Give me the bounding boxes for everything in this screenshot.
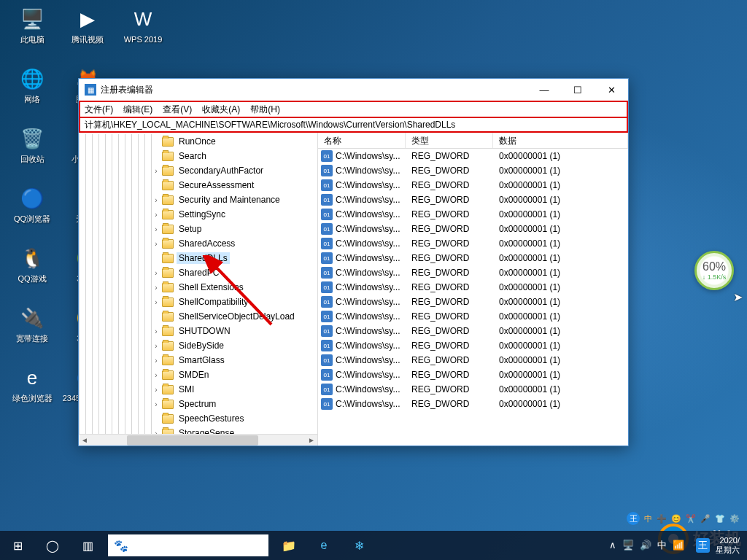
col-type[interactable]: 类型 bbox=[406, 133, 493, 148]
tray-icon[interactable]: 📶 bbox=[673, 540, 684, 551]
list-row[interactable]: 01C:\Windows\sy...REG_DWORD0x00000001 (1… bbox=[318, 295, 628, 309]
desktop-icon[interactable]: 🖥️此电脑 bbox=[6, 6, 58, 63]
tray-icon[interactable]: 🖥️ bbox=[622, 540, 634, 551]
ime-item[interactable]: 😊 bbox=[671, 514, 681, 524]
ime-item[interactable]: 🎤 bbox=[700, 514, 711, 524]
values-list[interactable]: 01C:\Windows\sy...REG_DWORD0x00000001 (1… bbox=[318, 149, 628, 446]
tray-badge[interactable]: 王 bbox=[696, 538, 710, 553]
tree-item[interactable]: ›SecondaryAuthFactor bbox=[79, 163, 317, 178]
ime-item[interactable]: 👕 bbox=[715, 514, 725, 524]
expander-icon[interactable]: › bbox=[152, 211, 160, 219]
tree-item[interactable]: ›SmartGlass bbox=[79, 353, 317, 368]
tree-item[interactable]: ›ShellCompatibility bbox=[79, 295, 317, 309]
tree-item[interactable]: Search bbox=[79, 149, 317, 163]
list-row[interactable]: 01C:\Windows\sy...REG_DWORD0x00000001 (1… bbox=[318, 397, 628, 411]
menu-item[interactable]: 查看(V) bbox=[163, 104, 192, 116]
tree-item[interactable]: ›Setup bbox=[79, 222, 317, 236]
expander-icon[interactable]: › bbox=[152, 371, 160, 379]
close-button[interactable]: ✕ bbox=[595, 79, 628, 101]
col-data[interactable]: 数据 bbox=[493, 133, 628, 148]
list-row[interactable]: 01C:\Windows\sy...REG_DWORD0x00000001 (1… bbox=[318, 149, 628, 163]
tree-item[interactable]: ›SettingSync bbox=[79, 207, 317, 222]
tree-item[interactable]: SecureAssessment bbox=[79, 178, 317, 192]
cortana-button[interactable]: ◯ bbox=[35, 531, 70, 560]
expander-icon[interactable]: › bbox=[152, 167, 160, 175]
start-button[interactable]: ⊞ bbox=[0, 531, 35, 560]
desktop-icon[interactable]: 🌐网络 bbox=[6, 66, 58, 122]
list-row[interactable]: 01C:\Windows\sy...REG_DWORD0x00000001 (1… bbox=[318, 368, 628, 382]
desktop-icon[interactable]: e绿色浏览器 bbox=[6, 365, 58, 421]
expander-icon[interactable]: › bbox=[152, 386, 160, 394]
titlebar[interactable]: ▦ 注册表编辑器 — ☐ ✕ bbox=[79, 79, 628, 101]
speed-widget[interactable]: 60% ↓ 1.5K/s bbox=[694, 251, 734, 290]
desktop-icon[interactable]: 🔌宽带连接 bbox=[6, 305, 58, 362]
taskbar-app-store[interactable]: ❄ bbox=[341, 531, 376, 560]
expander-icon[interactable]: › bbox=[152, 298, 160, 306]
list-header[interactable]: 名称 类型 数据 bbox=[318, 133, 628, 149]
address-bar[interactable]: 计算机\HKEY_LOCAL_MACHINE\SOFTWARE\Microsof… bbox=[79, 117, 628, 133]
expander-icon[interactable]: › bbox=[152, 327, 160, 335]
list-row[interactable]: 01C:\Windows\sy...REG_DWORD0x00000001 (1… bbox=[318, 236, 628, 251]
desktop-icon[interactable]: ▶腾讯视频 bbox=[61, 6, 114, 63]
tree-item[interactable]: ›SideBySide bbox=[79, 338, 317, 353]
expander-icon[interactable]: › bbox=[152, 357, 160, 365]
minimize-button[interactable]: — bbox=[527, 79, 561, 101]
ime-item[interactable]: ✂️ bbox=[686, 514, 696, 524]
list-row[interactable]: 01C:\Windows\sy...REG_DWORD0x00000001 (1… bbox=[318, 265, 628, 280]
tray-icon[interactable]: 🔊 bbox=[640, 540, 651, 551]
taskbar-app-folder[interactable]: 📁 bbox=[271, 531, 306, 560]
list-row[interactable]: 01C:\Windows\sy...REG_DWORD0x00000001 (1… bbox=[318, 178, 628, 192]
tree-item[interactable]: ›SMI bbox=[79, 382, 317, 397]
desktop-icon[interactable]: 🗑️回收站 bbox=[6, 125, 58, 182]
tree-item[interactable]: ›SHUTDOWN bbox=[79, 324, 317, 338]
menu-item[interactable]: 编辑(E) bbox=[123, 104, 152, 116]
registry-tree[interactable]: RunOnceSearch›SecondaryAuthFactorSecureA… bbox=[79, 133, 317, 442]
list-row[interactable]: 01C:\Windows\sy...REG_DWORD0x00000001 (1… bbox=[318, 163, 628, 178]
expander-icon[interactable]: › bbox=[152, 400, 160, 408]
menu-item[interactable]: 文件(F) bbox=[85, 104, 113, 116]
search-box[interactable]: 🐾 bbox=[108, 534, 268, 556]
list-row[interactable]: 01C:\Windows\sy...REG_DWORD0x00000001 (1… bbox=[318, 309, 628, 324]
list-row[interactable]: 01C:\Windows\sy...REG_DWORD0x00000001 (1… bbox=[318, 251, 628, 265]
tree-item[interactable]: RunOnce bbox=[79, 134, 317, 149]
expander-icon[interactable]: › bbox=[152, 225, 160, 233]
expander-icon[interactable]: › bbox=[152, 196, 160, 204]
desktop-icon[interactable]: 🐧QQ游戏 bbox=[6, 245, 58, 302]
list-row[interactable]: 01C:\Windows\sy...REG_DWORD0x00000001 (1… bbox=[318, 280, 628, 295]
desktop-icon[interactable]: 🔵QQ浏览器 bbox=[6, 185, 58, 242]
list-row[interactable]: 01C:\Windows\sy...REG_DWORD0x00000001 (1… bbox=[318, 382, 628, 397]
tree-item[interactable]: ›SharedAccess bbox=[79, 236, 317, 251]
tree-item[interactable]: ShellServiceObjectDelayLoad bbox=[79, 309, 317, 324]
list-row[interactable]: 01C:\Windows\sy...REG_DWORD0x00000001 (1… bbox=[318, 192, 628, 207]
tree-item[interactable]: ›SMDEn bbox=[79, 368, 317, 382]
tray-icon[interactable]: ∧ bbox=[609, 540, 616, 551]
tree-item[interactable]: ›Security and Maintenance bbox=[79, 192, 317, 207]
list-row[interactable]: 01C:\Windows\sy...REG_DWORD0x00000001 (1… bbox=[318, 353, 628, 368]
menu-item[interactable]: 收藏夹(A) bbox=[202, 104, 240, 116]
expander-icon[interactable]: › bbox=[152, 269, 160, 277]
tree-item[interactable]: ›Spectrum bbox=[79, 397, 317, 411]
horizontal-scrollbar[interactable]: ◄► bbox=[79, 434, 317, 446]
ime-item[interactable]: ⚙️ bbox=[729, 514, 740, 524]
tree-item[interactable]: SharedDLLs bbox=[79, 251, 317, 265]
tray-icon[interactable]: 中 bbox=[657, 540, 667, 551]
menu-item[interactable]: 帮助(H) bbox=[250, 104, 280, 116]
list-row[interactable]: 01C:\Windows\sy...REG_DWORD0x00000001 (1… bbox=[318, 338, 628, 353]
ime-logo-icon[interactable]: 王 bbox=[627, 512, 640, 525]
ime-item[interactable]: 中 bbox=[644, 513, 652, 524]
ime-item[interactable]: ➕ bbox=[657, 514, 667, 524]
col-name[interactable]: 名称 bbox=[318, 133, 406, 148]
tree-item[interactable]: SpeechGestures bbox=[79, 411, 317, 426]
tree-item[interactable]: ›SharedPC bbox=[79, 265, 317, 280]
taskbar-app-edge[interactable]: e bbox=[306, 531, 341, 560]
list-row[interactable]: 01C:\Windows\sy...REG_DWORD0x00000001 (1… bbox=[318, 324, 628, 338]
taskview-button[interactable]: ▥ bbox=[70, 531, 105, 560]
list-row[interactable]: 01C:\Windows\sy...REG_DWORD0x00000001 (1… bbox=[318, 207, 628, 222]
tree-item[interactable]: ›Shell Extensions bbox=[79, 280, 317, 295]
taskbar-clock[interactable]: 2020/ 星期六 bbox=[716, 536, 740, 555]
maximize-button[interactable]: ☐ bbox=[561, 79, 595, 101]
expander-icon[interactable]: › bbox=[152, 284, 160, 292]
list-row[interactable]: 01C:\Windows\sy...REG_DWORD0x00000001 (1… bbox=[318, 222, 628, 236]
desktop-icon[interactable]: WWPS 2019 bbox=[117, 6, 169, 63]
expander-icon[interactable]: › bbox=[152, 240, 160, 248]
